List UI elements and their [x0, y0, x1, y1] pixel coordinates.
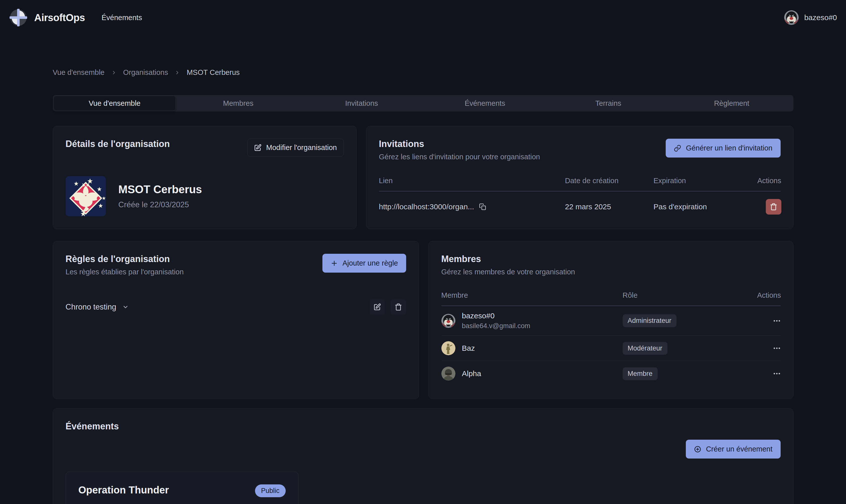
rules-title: Règles de l'organisation [66, 254, 184, 264]
chevron-down-icon[interactable] [122, 304, 129, 310]
delete-invite-button[interactable] [766, 199, 781, 215]
org-details-title: Détails de l'organisation [66, 139, 170, 149]
user-menu[interactable]: bazeso#0 [784, 10, 837, 25]
user-name: bazeso#0 [804, 13, 837, 22]
col-actions: Actions [738, 291, 781, 300]
member-actions-button[interactable] [773, 344, 781, 353]
breadcrumb-current: MSOT Cerberus [187, 68, 240, 77]
invitations-title: Invitations [379, 139, 540, 149]
member-name: Baz [462, 344, 475, 353]
invite-created: 22 mars 2025 [565, 202, 654, 211]
ellipsis-icon [773, 344, 781, 353]
tab-vue-densemble[interactable]: Vue d'ensemble [54, 96, 176, 111]
app-logo-icon [9, 8, 28, 27]
app-brand[interactable]: AirsoftOps [9, 8, 85, 27]
ellipsis-icon [773, 317, 781, 325]
events-section: Événements Créer un événement Operation … [53, 408, 793, 504]
col-actions: Actions [730, 177, 781, 185]
create-event-label: Créer un événement [706, 445, 772, 453]
member-avatar [442, 314, 455, 328]
rules-card: Règles de l'organisation Les règles étab… [53, 241, 419, 399]
invitations-subtitle: Gérez les liens d'invitation pour votre … [379, 153, 540, 161]
tab-evenements[interactable]: Événements [424, 96, 546, 111]
nav-link-evenements[interactable]: Événements [102, 14, 142, 22]
invite-link: http://localhost:3000/organ... [379, 202, 474, 211]
user-avatar [784, 10, 799, 25]
col-expiration: Expiration [654, 177, 730, 185]
col-date-creation: Date de création [565, 177, 654, 185]
event-card[interactable]: Operation Thunder Public [66, 472, 298, 504]
col-lien: Lien [379, 177, 565, 185]
invitation-row: http://localhost:3000/organ... 22 mars 2… [379, 192, 781, 215]
member-name: Alpha [462, 369, 481, 378]
delete-rule-button[interactable] [391, 299, 406, 315]
add-rule-button[interactable]: Ajouter une règle [323, 254, 406, 273]
org-created-date: Créée le 22/03/2025 [118, 200, 202, 209]
member-avatar [442, 341, 455, 355]
org-name: MSOT Cerberus [118, 183, 202, 196]
events-title: Événements [66, 421, 781, 432]
members-title: Membres [442, 254, 575, 264]
members-subtitle: Gérez les membres de votre organisation [442, 268, 575, 276]
brand-title: AirsoftOps [34, 12, 85, 23]
top-nav: AirsoftOps Événements bazes [0, 0, 846, 35]
member-actions-button[interactable] [773, 369, 781, 378]
invite-expiration: Pas d'expiration [654, 202, 730, 211]
plus-circle-icon [694, 446, 702, 453]
members-table: Membre Rôle Actions [442, 291, 781, 386]
edit-org-label: Modifier l'organisation [266, 143, 337, 152]
member-name: bazeso#0 [462, 311, 530, 320]
member-row: Alpha Membre [442, 361, 781, 386]
chevron-right-icon [111, 70, 117, 75]
tab-reglement[interactable]: Règlement [671, 96, 793, 111]
members-card: Membres Gérez les membres de votre organ… [429, 241, 793, 399]
plus-icon [330, 259, 338, 267]
breadcrumb-organisations[interactable]: Organisations [123, 68, 168, 77]
rules-subtitle: Les règles établies par l'organisation [66, 268, 184, 276]
member-email: basile64.v@gmail.com [462, 322, 530, 330]
org-logo [66, 176, 106, 216]
tab-bar: Vue d'ensemble Membres Invitations Événe… [53, 95, 793, 111]
role-badge: Membre [623, 367, 658, 380]
event-visibility-badge: Public [255, 484, 286, 497]
invitations-table: Lien Date de création Expiration Actions… [379, 177, 781, 215]
edit-icon [374, 303, 381, 311]
tab-invitations[interactable]: Invitations [301, 96, 423, 111]
member-row: bazeso#0 basile64.v@gmail.com Administra… [442, 306, 781, 336]
member-avatar [442, 366, 455, 381]
tab-terrains[interactable]: Terrains [548, 96, 670, 111]
edit-org-button[interactable]: Modifier l'organisation [247, 139, 344, 157]
edit-rule-button[interactable] [369, 299, 385, 315]
generate-invite-button[interactable]: Générer un lien d'invitation [666, 139, 780, 158]
edit-icon [254, 144, 261, 151]
ellipsis-icon [773, 369, 781, 378]
col-membre: Membre [442, 291, 623, 300]
copy-icon [479, 203, 486, 210]
member-row: Baz Modérateur [442, 336, 781, 361]
rule-item: Chrono testing [66, 299, 406, 315]
event-name: Operation Thunder [79, 484, 169, 496]
create-event-button[interactable]: Créer un événement [686, 440, 780, 458]
invitations-card: Invitations Gérez les liens d'invitation… [366, 126, 793, 229]
org-details-card: Détails de l'organisation Modifier l'org… [53, 126, 357, 229]
breadcrumb: Vue d'ensemble Organisations MSOT Cerber… [53, 68, 793, 77]
role-badge: Administrateur [623, 314, 676, 327]
add-rule-label: Ajouter une règle [343, 259, 398, 267]
generate-invite-label: Générer un lien d'invitation [686, 144, 772, 152]
tab-membres[interactable]: Membres [177, 96, 299, 111]
chevron-right-icon [174, 70, 180, 75]
col-role: Rôle [623, 291, 738, 300]
link-icon [674, 144, 681, 152]
rule-name: Chrono testing [66, 303, 117, 311]
copy-link-button[interactable] [479, 203, 486, 210]
trash-icon [395, 303, 402, 311]
member-actions-button[interactable] [773, 317, 781, 325]
role-badge: Modérateur [623, 342, 668, 355]
trash-icon [770, 203, 777, 211]
breadcrumb-overview[interactable]: Vue d'ensemble [53, 68, 105, 77]
